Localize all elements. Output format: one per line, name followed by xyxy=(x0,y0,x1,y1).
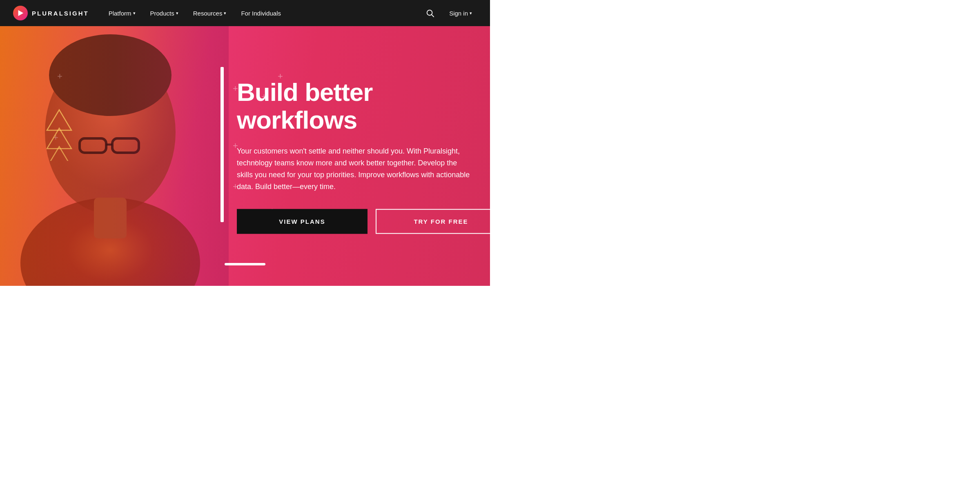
nav-label-individuals: For Individuals xyxy=(241,10,281,17)
hero-person-area xyxy=(0,26,229,286)
nav-label-platform: Platform xyxy=(109,10,131,17)
hero-buttons: VIEW PLANS TRY FOR FREE xyxy=(237,209,474,234)
person-color-overlay xyxy=(0,26,229,286)
hero-description: Your customers won't settle and neither … xyxy=(237,145,474,192)
decorative-triangles xyxy=(45,108,74,163)
navbar: PLURALSIGHT Platform ▾ Products ▾ Resour… xyxy=(0,0,490,26)
nav-item-resources[interactable]: Resources ▾ xyxy=(187,7,233,20)
nav-label-products: Products xyxy=(150,10,174,17)
svg-line-2 xyxy=(432,15,434,17)
nav-item-platform[interactable]: Platform ▾ xyxy=(102,7,142,20)
nav-item-individuals[interactable]: For Individuals xyxy=(234,7,287,20)
view-plans-button[interactable]: VIEW PLANS xyxy=(237,209,368,234)
try-free-button[interactable]: TRY FOR FREE xyxy=(376,209,490,234)
chevron-down-icon: ▾ xyxy=(133,11,136,16)
signin-label: Sign in xyxy=(449,10,468,17)
svg-marker-10 xyxy=(47,110,71,130)
chevron-down-icon: ▾ xyxy=(176,11,178,16)
svg-marker-11 xyxy=(47,128,71,149)
logo-text: PLURALSIGHT xyxy=(32,10,89,17)
logo-link[interactable]: PLURALSIGHT xyxy=(13,6,89,20)
hero-section: + + + + + + + + + xyxy=(0,26,490,286)
chevron-down-icon: ▾ xyxy=(470,11,472,16)
nav-label-resources: Resources xyxy=(193,10,223,17)
hero-title: Build better workflows xyxy=(237,78,474,134)
bottom-indicator xyxy=(225,263,265,265)
navbar-right: Sign in ▾ xyxy=(422,5,477,21)
hero-content: Build better workflows Your customers wo… xyxy=(237,78,474,234)
search-button[interactable] xyxy=(422,5,438,21)
svg-marker-0 xyxy=(18,10,24,16)
nav-menu: Platform ▾ Products ▾ Resources ▾ For In… xyxy=(102,7,422,20)
logo-icon xyxy=(13,6,28,20)
vertical-bar-decoration xyxy=(220,67,224,222)
signin-button[interactable]: Sign in ▾ xyxy=(444,7,477,20)
nav-item-products[interactable]: Products ▾ xyxy=(144,7,185,20)
chevron-down-icon: ▾ xyxy=(224,11,226,16)
